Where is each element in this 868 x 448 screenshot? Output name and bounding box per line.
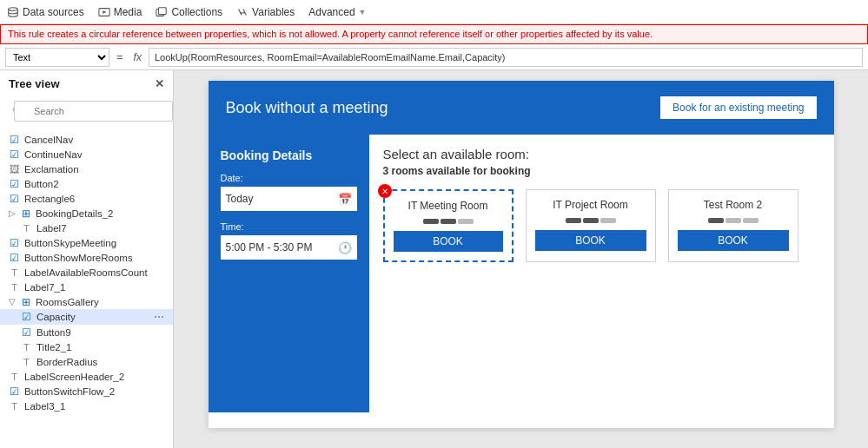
toolbar-media[interactable]: Media: [98, 6, 142, 18]
toolbar-data-sources[interactable]: Data sources: [7, 6, 84, 18]
toolbar-advanced[interactable]: Advanced ▼: [308, 6, 366, 18]
tree-item-roomsGallery[interactable]: ▽ ⊞ RoomsGallery: [0, 294, 173, 309]
text-icon: T: [21, 341, 32, 352]
group-icon: ⊞: [20, 296, 31, 307]
group-icon: ⊞: [20, 208, 31, 219]
formula-bar: Text = fx: [0, 44, 868, 70]
text-icon: T: [9, 371, 20, 382]
checkbox-icon: ☑: [9, 134, 20, 145]
tree-item-btnSkype[interactable]: ☑ ButtonSkypeMeeting: [0, 235, 173, 250]
toolbar-collections[interactable]: Collections: [156, 6, 222, 18]
tree-item-btnShowMore[interactable]: ☑ ButtonShowMoreRooms: [0, 250, 173, 265]
capacity-bar: [708, 218, 759, 223]
room-name: IT Project Room: [553, 199, 627, 211]
text-icon: T: [21, 356, 32, 367]
tree-item-button9[interactable]: ☑ Button9: [0, 325, 173, 339]
tree-item-labelScreenHeader[interactable]: T LabelScreenHeader_2: [0, 369, 173, 384]
text-icon: T: [9, 267, 20, 278]
formula-fx-label: fx: [130, 51, 145, 63]
app-preview: Book without a meeting Book for an exist…: [209, 81, 834, 428]
svg-rect-4: [159, 7, 167, 14]
sidebar: Tree view ✕ 🔍 ☑ CancelNav ☑ ContinueNav …: [0, 70, 174, 448]
svg-point-0: [9, 7, 18, 10]
database-icon: [7, 6, 19, 18]
tree-item-btnSwitchFlow[interactable]: ☑ ButtonSwitchFlow_2: [0, 384, 173, 399]
rooms-title: Select an available room:: [383, 147, 820, 161]
tree-item-continueNav[interactable]: ☑ ContinueNav: [0, 147, 173, 161]
checkbox-icon: ☑: [9, 385, 20, 397]
cap-dot: [726, 218, 741, 223]
formula-input[interactable]: [149, 48, 863, 67]
capacity-bar: [566, 218, 616, 223]
book-existing-meeting-button[interactable]: Book for an existing meeting: [660, 96, 816, 119]
svg-marker-2: [103, 10, 106, 14]
sidebar-header: Tree view ✕: [0, 70, 173, 94]
checkbox-icon: ☑: [9, 252, 20, 263]
date-input[interactable]: Today 📅: [221, 187, 357, 211]
capacity-bar: [423, 219, 474, 224]
rooms-list: ✕ IT Meeting Room BOOK: [383, 189, 820, 262]
search-wrap: 🔍: [7, 97, 166, 125]
checkbox-icon: ☑: [9, 237, 20, 248]
toolbar: Data sources Media Collections Variables…: [0, 0, 868, 24]
book-button-test-room[interactable]: BOOK: [678, 230, 789, 251]
cap-dot: [458, 219, 474, 224]
preview-area: Book without a meeting Book for an exist…: [174, 70, 868, 448]
collections-icon: [156, 6, 168, 18]
tree-item-label3-1[interactable]: T Label3_1: [0, 399, 173, 413]
app-title: Book without a meeting: [226, 99, 388, 117]
room-name: Test Room 2: [704, 199, 762, 211]
book-button-it-project[interactable]: BOOK: [535, 230, 646, 251]
cap-dot: [708, 218, 724, 223]
selected-indicator: ✕: [378, 184, 392, 198]
room-card-test-room[interactable]: Test Room 2 BOOK: [668, 189, 798, 262]
media-icon: [98, 6, 110, 18]
cap-dot: [423, 219, 439, 224]
expand-icon: ▷: [9, 208, 16, 218]
tree-item-title2-1[interactable]: T Title2_1: [0, 339, 173, 354]
tree-item-button2[interactable]: ☑ Button2: [0, 176, 173, 191]
variables-icon: [236, 6, 248, 18]
sidebar-list: ☑ CancelNav ☑ ContinueNav 🖼 Exclamation …: [0, 128, 173, 448]
tree-item-label7[interactable]: T Label7: [0, 221, 173, 235]
error-bar: This rule creates a circular reference b…: [0, 24, 868, 44]
checkbox-icon: ☑: [21, 312, 32, 323]
tree-item-exclamation[interactable]: 🖼 Exclamation: [0, 161, 173, 176]
text-icon: T: [21, 222, 32, 234]
time-input[interactable]: 5:00 PM - 5:30 PM 🕐: [221, 235, 357, 260]
tree-item-bookingDetails[interactable]: ▷ ⊞ BookingDetails_2: [0, 206, 173, 221]
date-label: Date:: [221, 173, 357, 183]
app-header: Book without a meeting Book for an exist…: [209, 81, 834, 135]
cap-dot: [743, 218, 759, 223]
cap-dot: [583, 218, 599, 223]
cap-dot: [566, 218, 581, 223]
checkbox-icon: ☑: [9, 148, 20, 160]
tree-item-capacity[interactable]: ☑ Capacity ⋯: [0, 309, 173, 325]
cap-dot: [441, 219, 456, 224]
toolbar-variables[interactable]: Variables: [236, 6, 295, 18]
tree-item-cancelNav[interactable]: ☑ CancelNav: [0, 132, 173, 147]
tree-item-label7-1[interactable]: T Label7_1: [0, 280, 173, 294]
time-label: Time:: [221, 221, 357, 232]
room-card-it-meeting[interactable]: ✕ IT Meeting Room BOOK: [383, 189, 514, 262]
room-capacity: [708, 218, 759, 223]
checkbox-icon: ☑: [9, 178, 20, 189]
advanced-chevron-icon: ▼: [359, 8, 367, 16]
formula-type-select[interactable]: Text: [5, 48, 109, 67]
book-button-it-meeting[interactable]: BOOK: [394, 231, 503, 252]
close-icon[interactable]: ✕: [155, 77, 164, 90]
room-capacity: [423, 219, 474, 224]
booking-panel-title: Booking Details: [221, 148, 357, 162]
text-icon: T: [9, 281, 20, 293]
tree-item-labelRoomsCount[interactable]: T LabelAvailableRoomsCount: [0, 265, 173, 280]
tree-item-rectangle6[interactable]: ☑ Rectangle6: [0, 191, 173, 206]
search-input[interactable]: [14, 101, 173, 122]
formula-equals: =: [113, 50, 127, 63]
room-card-it-project[interactable]: IT Project Room BOOK: [526, 189, 656, 262]
cap-dot: [600, 218, 616, 223]
booking-panel: Booking Details Date: Today 📅 Time: 5:00…: [209, 135, 369, 412]
calendar-icon: 📅: [338, 193, 352, 206]
tree-item-borderRadius[interactable]: T BorderRadius: [0, 354, 173, 369]
more-options-icon[interactable]: ⋯: [154, 311, 164, 323]
main-layout: Tree view ✕ 🔍 ☑ CancelNav ☑ ContinueNav …: [0, 70, 868, 448]
